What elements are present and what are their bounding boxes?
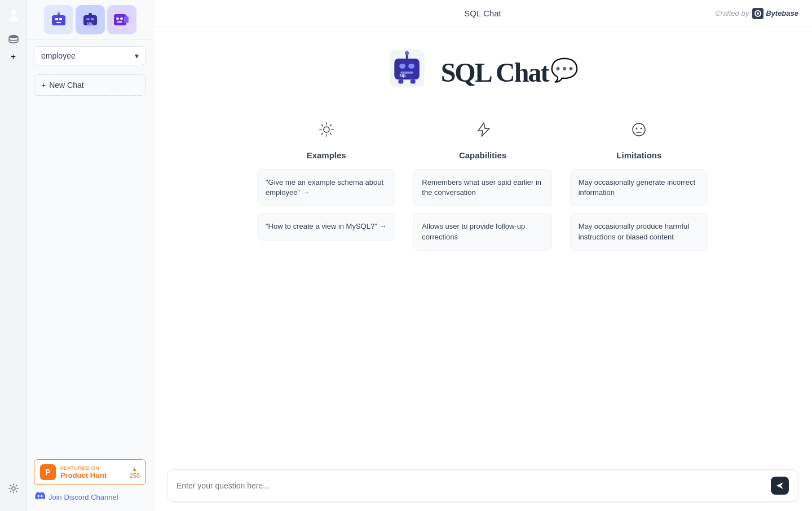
input-wrapper xyxy=(167,469,798,502)
product-hunt-arrow: ▲ xyxy=(132,466,138,472)
settings-icon[interactable] xyxy=(5,479,23,497)
neutral-face-icon xyxy=(631,122,647,141)
svg-rect-16 xyxy=(116,17,119,20)
svg-rect-24 xyxy=(399,64,405,69)
bytebase-icon xyxy=(752,8,764,19)
svg-rect-12 xyxy=(91,18,94,20)
send-icon xyxy=(775,481,784,490)
robot3-icon xyxy=(112,10,132,30)
user-avatar[interactable] xyxy=(6,7,21,25)
svg-line-38 xyxy=(330,133,331,134)
svg-point-43 xyxy=(641,128,642,130)
plus-icon: + xyxy=(41,81,46,90)
crafted-by-label: Crafted by xyxy=(715,9,749,17)
send-button[interactable] xyxy=(771,477,789,495)
product-hunt-text: FEATURED ON Product Hunt xyxy=(60,465,125,479)
question-input[interactable] xyxy=(176,481,771,490)
svg-line-40 xyxy=(321,133,323,134)
logo-area: SQL xyxy=(27,0,153,39)
limitations-column: Limitations May occasionally generate in… xyxy=(570,122,708,251)
examples-column: Examples "Give me an example schema abou… xyxy=(257,122,395,251)
svg-rect-23 xyxy=(394,59,419,79)
input-area xyxy=(153,460,812,511)
example-card-1[interactable]: "Give me an example schema about employe… xyxy=(257,169,395,206)
svg-rect-25 xyxy=(408,64,414,69)
svg-text:SQL: SQL xyxy=(399,73,407,78)
product-hunt-card[interactable]: P FEATURED ON Product Hunt ▲ 258 xyxy=(34,459,146,485)
new-chat-button[interactable]: + New Chat xyxy=(34,74,146,96)
left-panel-bottom: P FEATURED ON Product Hunt ▲ 258 Join Di… xyxy=(27,452,153,511)
page-title: SQL Chat xyxy=(464,8,501,18)
database-icon[interactable] xyxy=(8,34,19,47)
svg-rect-30 xyxy=(398,79,403,83)
discord-icon xyxy=(35,492,45,502)
chevron-down-icon: ▾ xyxy=(135,51,139,60)
bytebase-logo: Bytebase xyxy=(752,8,798,19)
limitations-title: Limitations xyxy=(616,150,661,160)
limitation-card-1: May occasionally generate incorrect info… xyxy=(570,169,708,206)
product-hunt-featured-label: FEATURED ON xyxy=(60,465,125,471)
svg-point-28 xyxy=(405,51,409,55)
logo-robots: SQL xyxy=(44,5,136,34)
svg-line-39 xyxy=(330,125,331,126)
svg-point-1 xyxy=(9,16,18,22)
robot2-icon: SQL xyxy=(80,10,100,30)
svg-point-32 xyxy=(324,127,329,132)
product-hunt-logo: P xyxy=(40,464,56,480)
capability-card-1: Remembers what user said earlier in the … xyxy=(413,169,551,206)
main-content: SQL Chat Crafted by Bytebase xyxy=(153,0,812,511)
svg-rect-4 xyxy=(52,15,65,25)
crafted-by: Crafted by Bytebase xyxy=(715,8,798,19)
svg-point-41 xyxy=(633,123,645,136)
limitation-card-2: May occasionally produce harmful instruc… xyxy=(570,213,708,250)
svg-rect-11 xyxy=(86,18,90,20)
db-selector[interactable]: employee ▾ xyxy=(34,46,146,65)
columns-section: Examples "Give me an example schema abou… xyxy=(257,122,708,251)
icon-sidebar: + xyxy=(0,0,27,511)
new-chat-label: New Chat xyxy=(49,81,83,90)
examples-title: Examples xyxy=(307,150,346,160)
svg-point-42 xyxy=(636,128,638,130)
example-card-2[interactable]: "How to create a view in MySQL?" → xyxy=(257,213,395,240)
hero-title: SQL Chat xyxy=(441,57,549,88)
hero-section: SQL SQL Chat 💬 xyxy=(387,50,579,95)
product-hunt-number: 258 xyxy=(130,472,140,479)
add-icon[interactable]: + xyxy=(11,52,16,62)
capability-card-2: Allows user to provide follow-up correct… xyxy=(413,213,551,250)
svg-point-21 xyxy=(757,12,759,15)
product-hunt-name: Product Hunt xyxy=(60,471,125,479)
svg-point-3 xyxy=(12,487,15,490)
discord-link[interactable]: Join Discord Channel xyxy=(34,490,146,504)
svg-rect-18 xyxy=(117,21,122,23)
svg-rect-17 xyxy=(120,17,123,20)
svg-rect-5 xyxy=(55,18,58,20)
capabilities-column: Capabilities Remembers what user said ea… xyxy=(413,122,551,251)
svg-point-9 xyxy=(58,12,60,14)
svg-point-2 xyxy=(9,35,18,38)
product-hunt-count: ▲ 258 xyxy=(130,466,140,479)
robot1-icon xyxy=(48,10,69,30)
discord-label: Join Discord Channel xyxy=(48,493,118,501)
svg-text:SQL: SQL xyxy=(87,21,93,25)
center-content: SQL SQL Chat 💬 xyxy=(153,27,812,511)
svg-rect-19 xyxy=(124,16,129,23)
hero-bubble-icon: 💬 xyxy=(550,57,579,83)
svg-rect-31 xyxy=(410,79,415,83)
svg-rect-7 xyxy=(56,22,61,23)
svg-point-0 xyxy=(11,10,16,15)
svg-rect-14 xyxy=(89,13,92,16)
svg-line-37 xyxy=(321,125,323,126)
db-selector-value: employee xyxy=(41,51,76,60)
top-bar: SQL Chat Crafted by Bytebase xyxy=(153,0,812,27)
left-panel: SQL employee ▾ xyxy=(27,0,153,511)
sun-icon xyxy=(319,122,334,141)
bytebase-name: Bytebase xyxy=(766,9,798,17)
svg-rect-6 xyxy=(59,18,62,20)
lightning-icon xyxy=(475,122,491,141)
hero-robot-icon: SQL xyxy=(387,50,432,95)
capabilities-title: Capabilities xyxy=(459,150,506,160)
